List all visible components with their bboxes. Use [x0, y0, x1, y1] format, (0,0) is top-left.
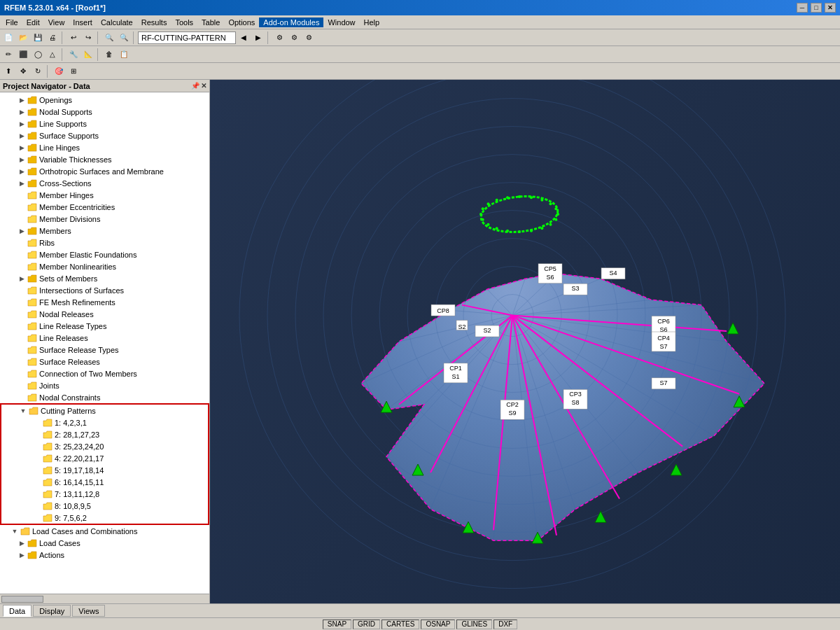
- tree-item-cp-9[interactable]: 9: 7,5,6,2: [1, 512, 208, 524]
- tree-item-member-divisions[interactable]: Member Divisions: [0, 213, 209, 225]
- bottom-tab-data[interactable]: Data: [3, 605, 31, 617]
- tree-item-members[interactable]: ▶Members: [0, 225, 209, 237]
- tree-item-line-hinges[interactable]: ▶Line Hinges: [0, 141, 209, 153]
- toggle-line-supports[interactable]: ▶: [17, 119, 27, 129]
- tree-item-load-cases-combinations[interactable]: ▼Load Cases and Combinations: [0, 525, 209, 537]
- tb-btn-a[interactable]: ⚙: [272, 31, 286, 45]
- tree-item-cp-6[interactable]: 6: 16,14,15,11: [1, 476, 208, 488]
- toggle-cross-sections[interactable]: ▶: [17, 178, 27, 188]
- status-cartes[interactable]: CARTES: [382, 620, 419, 629]
- menu-results[interactable]: Results: [137, 18, 172, 27]
- menu-file[interactable]: File: [1, 18, 22, 27]
- tb-go-back[interactable]: ◀: [237, 31, 251, 45]
- tb3-move[interactable]: ✥: [16, 64, 30, 78]
- tb-new[interactable]: 📄: [1, 31, 15, 45]
- panel-close-button[interactable]: ✕: [201, 82, 206, 90]
- status-snap[interactable]: SNAP: [323, 620, 351, 629]
- tb3-snap[interactable]: 🎯: [52, 64, 66, 78]
- tree-item-surface-release-types[interactable]: Surface Release Types: [0, 344, 209, 356]
- tb-btn-b[interactable]: ⚙: [287, 31, 301, 45]
- toggle-line-hinges[interactable]: ▶: [17, 143, 27, 153]
- tb-save[interactable]: 💾: [31, 31, 45, 45]
- tree-item-cp-8[interactable]: 8: 10,8,9,5: [1, 500, 208, 512]
- menu-edit[interactable]: Edit: [22, 18, 44, 27]
- tb-open[interactable]: 📂: [16, 31, 30, 45]
- tree-item-nodal-constraints[interactable]: Nodal Constraints: [0, 391, 209, 403]
- tree-item-cp-2[interactable]: 2: 28,1,27,23: [1, 428, 208, 440]
- menu-view[interactable]: View: [44, 18, 69, 27]
- toggle-openings[interactable]: ▶: [17, 95, 27, 105]
- tb2-btn4[interactable]: △: [46, 48, 59, 62]
- menu-add-on-modules[interactable]: Add-on Modules: [259, 18, 323, 27]
- tree-item-cp-4[interactable]: 4: 22,20,21,17: [1, 452, 208, 464]
- tree-item-cp-5[interactable]: 5: 19,17,18,14: [1, 464, 208, 476]
- tree-item-fe-mesh-refinements[interactable]: FE Mesh Refinements: [0, 296, 209, 308]
- tree-item-nodal-supports[interactable]: ▶Nodal Supports: [0, 106, 209, 118]
- horizontal-scrollbar[interactable]: [0, 594, 209, 603]
- tree-item-line-release-types[interactable]: Line Release Types: [0, 320, 209, 332]
- toggle-members[interactable]: ▶: [17, 226, 27, 236]
- tb-redo[interactable]: ↪: [81, 31, 95, 45]
- tree-item-cp-3[interactable]: 3: 25,23,24,20: [1, 440, 208, 452]
- tree-container[interactable]: ▶Openings▶Nodal Supports▶Line Supports▶S…: [0, 92, 209, 594]
- tree-item-ribs[interactable]: Ribs: [0, 237, 209, 248]
- toggle-cutting-patterns[interactable]: ▼: [18, 406, 28, 416]
- tree-item-variable-thicknesses[interactable]: ▶Variable Thicknesses: [0, 153, 209, 165]
- tb-zoom-out[interactable]: 🔍: [117, 31, 131, 45]
- tree-item-line-supports[interactable]: ▶Line Supports: [0, 118, 209, 130]
- tb2-btn6[interactable]: 📐: [81, 48, 95, 62]
- status-glines[interactable]: GLINES: [456, 620, 492, 629]
- toggle-sets-of-members[interactable]: ▶: [17, 274, 27, 284]
- tree-item-member-elastic-foundations[interactable]: Member Elastic Foundations: [0, 248, 209, 260]
- status-dxf[interactable]: DXF: [493, 620, 517, 629]
- menu-table[interactable]: Table: [197, 18, 224, 27]
- toggle-actions[interactable]: ▶: [17, 550, 27, 560]
- bottom-tab-display[interactable]: Display: [33, 605, 71, 617]
- tb-undo[interactable]: ↩: [66, 31, 80, 45]
- tb3-rotate[interactable]: ↻: [31, 64, 45, 78]
- tree-item-intersections-of-surfaces[interactable]: Intersections of Surfaces: [0, 284, 209, 296]
- toggle-variable-thicknesses[interactable]: ▶: [17, 155, 27, 164]
- tree-item-cp-7[interactable]: 7: 13,11,12,8: [1, 488, 208, 500]
- status-grid[interactable]: GRID: [353, 620, 380, 629]
- tree-item-cp-1[interactable]: 1: 4,2,3,1: [1, 416, 208, 428]
- toggle-surface-supports[interactable]: ▶: [17, 131, 27, 141]
- tree-item-orthotropic[interactable]: ▶Orthotropic Surfaces and Membrane: [0, 165, 209, 177]
- tree-item-surface-supports[interactable]: ▶Surface Supports: [0, 130, 209, 141]
- bottom-tab-views[interactable]: Views: [72, 605, 105, 617]
- toggle-load-cases[interactable]: ▶: [17, 538, 27, 548]
- tb2-btn2[interactable]: ⬛: [16, 48, 30, 62]
- toggle-orthotropic[interactable]: ▶: [17, 167, 27, 176]
- tb2-btn7[interactable]: 🗑: [102, 48, 116, 62]
- tree-item-openings[interactable]: ▶Openings: [0, 94, 209, 106]
- menu-options[interactable]: Options: [224, 18, 259, 27]
- tb2-btn1[interactable]: ✏: [1, 48, 15, 62]
- module-input[interactable]: [138, 31, 236, 44]
- tree-item-cross-sections[interactable]: ▶Cross-Sections: [0, 177, 209, 189]
- tree-item-line-releases[interactable]: Line Releases: [0, 332, 209, 344]
- tree-item-joints[interactable]: Joints: [0, 379, 209, 391]
- tree-item-connection-of-two-members[interactable]: Connection of Two Members: [0, 368, 209, 379]
- tb2-btn5[interactable]: 🔧: [66, 48, 80, 62]
- tb3-select[interactable]: ⬆: [1, 64, 15, 78]
- tb3-grid[interactable]: ⊞: [66, 64, 80, 78]
- tree-item-member-nonlinearities[interactable]: Member Nonlinearities: [0, 260, 209, 272]
- tree-item-sets-of-members[interactable]: ▶Sets of Members: [0, 272, 209, 284]
- menu-insert[interactable]: Insert: [69, 18, 97, 27]
- maximize-button[interactable]: □: [811, 3, 822, 13]
- toggle-nodal-supports[interactable]: ▶: [17, 107, 27, 117]
- toggle-load-cases-combinations[interactable]: ▼: [10, 526, 20, 536]
- tree-item-nodal-releases[interactable]: Nodal Releases: [0, 308, 209, 320]
- scroll-thumb[interactable]: [1, 596, 43, 603]
- tb2-btn8[interactable]: 📋: [117, 48, 131, 62]
- menu-help[interactable]: Help: [360, 18, 384, 27]
- tree-item-load-cases[interactable]: ▶Load Cases: [0, 537, 209, 549]
- close-button[interactable]: ✕: [825, 3, 836, 13]
- tb-print[interactable]: 🖨: [46, 31, 59, 45]
- tree-item-surface-releases[interactable]: Surface Releases: [0, 356, 209, 368]
- tree-item-actions[interactable]: ▶Actions: [0, 549, 209, 561]
- tb-btn-c[interactable]: ⚙: [302, 31, 316, 45]
- tb-go-forward[interactable]: ▶: [251, 31, 265, 45]
- viewport[interactable]: [210, 80, 840, 603]
- tree-item-cutting-patterns[interactable]: ▼Cutting Patterns: [1, 405, 208, 416]
